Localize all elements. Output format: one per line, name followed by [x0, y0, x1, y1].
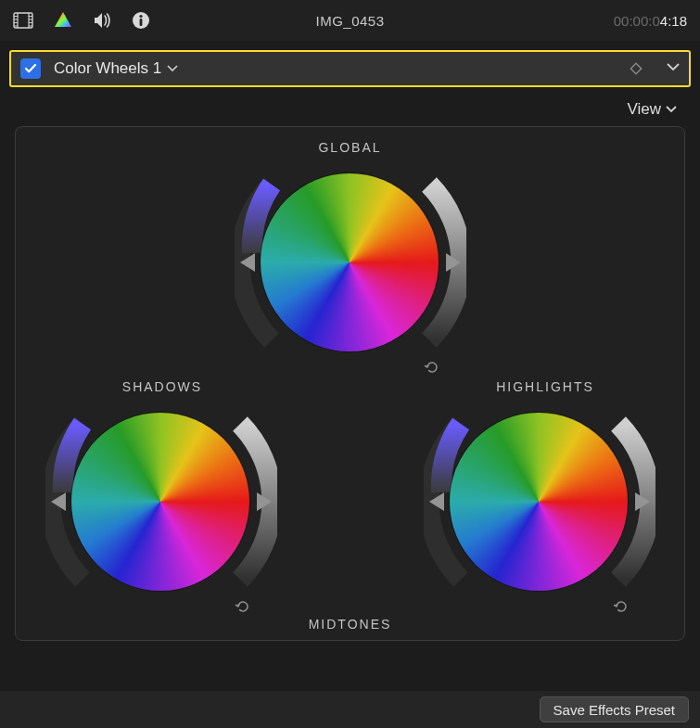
effect-row-disclosure[interactable] [667, 59, 680, 78]
shadows-reset-icon[interactable] [235, 598, 251, 615]
svg-rect-15 [630, 63, 641, 73]
shadows-wheel-label: SHADOWS [88, 379, 236, 394]
svg-marker-19 [257, 492, 272, 511]
midtones-wheel-label: MIDTONES [16, 617, 684, 632]
color-tab-icon[interactable] [54, 11, 72, 30]
effect-name-dropdown[interactable]: Color Wheels 1 [54, 59, 178, 78]
svg-marker-20 [429, 492, 444, 511]
svg-marker-17 [446, 253, 461, 272]
view-menu-label: View [627, 100, 661, 119]
highlights-reset-icon[interactable] [613, 598, 630, 615]
inspector-toolbar: IMG_0453 00:00:04:18 [0, 0, 700, 41]
shadows-wheel-puck[interactable] [151, 492, 170, 511]
timecode-prefix: 00:00:0 [614, 13, 660, 29]
effect-header-row[interactable]: Color Wheels 1 [9, 50, 691, 87]
keyframe-icon[interactable] [630, 62, 643, 75]
inspector-footer: Save Effects Preset [0, 691, 700, 728]
svg-point-13 [139, 15, 142, 18]
svg-marker-21 [635, 492, 650, 511]
audio-tab-icon[interactable] [93, 12, 111, 29]
global-wheel-puck[interactable] [340, 253, 359, 272]
global-wheel-label: GLOBAL [16, 140, 684, 155]
timecode-active: 4:18 [660, 13, 687, 29]
shadows-color-wheel[interactable] [45, 396, 277, 628]
timecode-display: 00:00:04:18 [614, 13, 687, 29]
chevron-down-icon [167, 64, 178, 73]
highlights-wheel-label: HIGHLIGHTS [462, 379, 629, 394]
chevron-down-icon [665, 104, 678, 115]
global-color-wheel[interactable] [235, 157, 466, 389]
svg-marker-11 [55, 12, 71, 27]
effect-name-label: Color Wheels 1 [54, 59, 161, 78]
color-wheels-panel: GLOBAL [15, 126, 685, 641]
effect-enable-checkbox[interactable] [20, 58, 41, 79]
svg-marker-18 [51, 492, 66, 511]
info-tab-icon[interactable] [132, 11, 150, 30]
global-reset-icon[interactable] [424, 359, 440, 376]
chevron-down-icon [667, 62, 680, 73]
video-tab-icon[interactable] [13, 12, 33, 29]
highlights-wheel-puck[interactable] [529, 492, 548, 511]
svg-marker-16 [240, 253, 255, 272]
save-effects-preset-button[interactable]: Save Effects Preset [540, 696, 689, 722]
highlights-color-wheel[interactable] [424, 396, 655, 628]
view-menu[interactable]: View [0, 87, 700, 126]
svg-rect-14 [140, 19, 143, 26]
